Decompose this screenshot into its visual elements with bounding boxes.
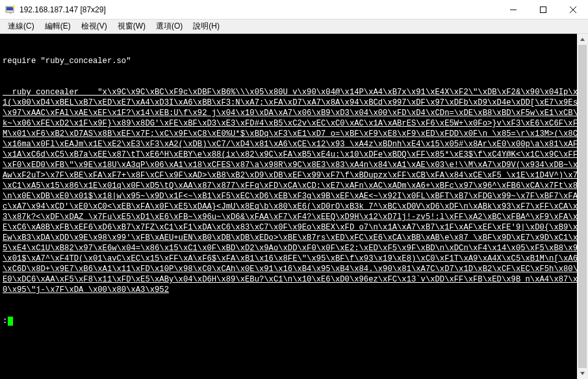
terminal-line: __ruby_concealer__ "x\x9C\x9C\xBC\xF9c\x… bbox=[3, 87, 585, 295]
menu-connection[interactable]: 連線(C) bbox=[3, 20, 40, 33]
maximize-button[interactable] bbox=[528, 0, 558, 20]
svg-rect-5 bbox=[541, 7, 546, 12]
menu-edit[interactable]: 編輯(E) bbox=[40, 20, 76, 33]
svg-marker-8 bbox=[580, 38, 585, 41]
terminal[interactable]: require "ruby_concealer.so" __ruby_conce… bbox=[0, 34, 588, 379]
close-button[interactable] bbox=[558, 0, 588, 20]
window-title: 192.168.187.147 [87x29] bbox=[19, 5, 106, 14]
terminal-line: require "ruby_concealer.so" bbox=[3, 56, 585, 66]
menu-view[interactable]: 檢視(V) bbox=[76, 20, 112, 33]
svg-point-3 bbox=[12, 5, 15, 8]
svg-marker-9 bbox=[580, 372, 585, 375]
svg-rect-2 bbox=[9, 12, 12, 14]
cursor bbox=[8, 317, 13, 326]
minimize-button[interactable] bbox=[498, 0, 528, 20]
scrollbar[interactable] bbox=[577, 34, 588, 379]
menu-options[interactable]: 選項(O) bbox=[151, 20, 188, 33]
menu-help[interactable]: 說明(H) bbox=[188, 20, 225, 33]
scroll-down-button[interactable] bbox=[577, 368, 588, 379]
prompt-char: : bbox=[3, 316, 7, 326]
scroll-track[interactable] bbox=[577, 45, 588, 368]
scroll-up-button[interactable] bbox=[577, 34, 588, 45]
titlebar: 192.168.187.147 [87x29] bbox=[0, 0, 588, 20]
svg-rect-1 bbox=[6, 7, 13, 10]
scroll-thumb[interactable] bbox=[578, 45, 587, 368]
prompt-row: : bbox=[3, 316, 585, 326]
menubar: 連線(C) 編輯(E) 檢視(V) 視窗(W) 選項(O) 說明(H) bbox=[0, 20, 588, 34]
menu-window[interactable]: 視窗(W) bbox=[112, 20, 151, 33]
putty-icon bbox=[5, 5, 16, 15]
